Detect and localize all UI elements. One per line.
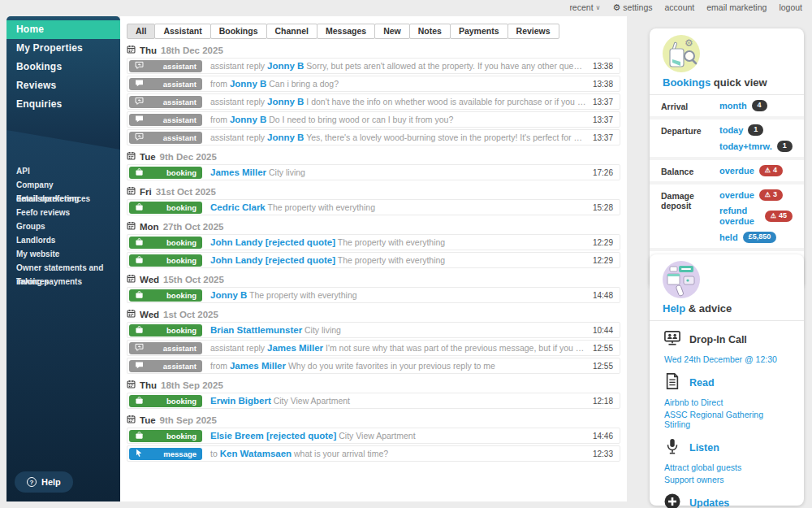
- quick-view-row-label: Balance: [661, 165, 719, 176]
- guest-name: John Landy [rejected quote]: [210, 255, 335, 265]
- feed-row[interactable]: bookingJohn Landy [rejected quote] The p…: [127, 234, 620, 250]
- help-section-title-row[interactable]: Read: [664, 373, 789, 392]
- help-section-title-row[interactable]: Listen: [664, 438, 789, 457]
- tab-messages[interactable]: Messages: [317, 24, 375, 39]
- tab-channel[interactable]: Channel: [266, 24, 317, 39]
- quick-view-link-label: today: [719, 125, 743, 136]
- feed-row-time: 13:38: [593, 62, 613, 71]
- sidebar-item-groups[interactable]: Groups: [6, 219, 120, 233]
- sidebar-item-taking-payments[interactable]: Taking payments: [6, 275, 120, 289]
- quick-view-link-overdue[interactable]: overdue⚠4: [719, 165, 783, 176]
- help-advice-title-rest: & advice: [685, 302, 732, 315]
- feed-row-snippet: I'm not sure why that was part of the pr…: [323, 343, 586, 353]
- feed-row[interactable]: bookingElsie Breem [rejected quote] City…: [127, 428, 620, 444]
- feed-group: Thu18th Dec 2025assistantassistant reply…: [127, 45, 620, 145]
- help-advice-sections: Drop-In CallWed 24th December @ 12:30Rea…: [650, 321, 804, 508]
- chat-icon: [135, 361, 144, 371]
- quick-view-link-today-tmrw-[interactable]: today+tmrw.1: [719, 141, 793, 152]
- feed-row[interactable]: assistantassistant reply Jonny B I don't…: [127, 93, 620, 110]
- feed-group: Tue9th Dec 2025bookingJames Miller City …: [127, 151, 620, 180]
- feed-row[interactable]: bookingJonny B The property with everyth…: [127, 287, 620, 303]
- date-header-day: Tue: [140, 415, 156, 425]
- feed-row[interactable]: bookingCedric Clark The property with ev…: [127, 199, 620, 215]
- sidebar-item-my-website[interactable]: My website: [6, 247, 120, 261]
- feed-row[interactable]: assistantassistant reply Jonny B Sorry, …: [127, 58, 620, 74]
- sidebar-item-feefo-reviews[interactable]: Feefo reviews: [6, 206, 120, 219]
- tab-reviews[interactable]: Reviews: [508, 24, 559, 39]
- document-icon: [664, 373, 680, 392]
- feed-row-time: 14:48: [593, 291, 613, 300]
- guest-name: James Miller: [267, 343, 323, 353]
- feed-row[interactable]: bookingJames Miller City living17:26: [127, 164, 620, 180]
- feed-row[interactable]: assistantfrom Jonny B Do I need to bring…: [127, 111, 620, 128]
- guest-name: James Miller: [210, 167, 266, 177]
- tab-notes[interactable]: Notes: [409, 24, 451, 39]
- topbar-link-email-marketing[interactable]: email marketing: [706, 2, 767, 13]
- feed-row[interactable]: bookingErwin Bigbert City View Apartment…: [127, 393, 620, 409]
- help-link[interactable]: Attract global guests: [664, 462, 789, 472]
- tab-assistant[interactable]: Assistant: [154, 24, 210, 39]
- sidebar-item-landlords[interactable]: Landlords: [6, 233, 120, 247]
- feed-row-text: John Landy [rejected quote] The property…: [210, 237, 586, 247]
- quick-view-link-held[interactable]: held£5,850: [719, 232, 793, 243]
- help-link[interactable]: Wed 24th December @ 12:30: [664, 354, 789, 364]
- feed-row-time: 12:55: [593, 362, 613, 371]
- feed-row[interactable]: assistantassistant reply Jonny B Yes, th…: [127, 129, 620, 145]
- booking-badge: booking: [129, 430, 202, 442]
- feed-row[interactable]: assistantfrom James Miller Why do you wr…: [127, 358, 620, 374]
- help-section-title-row[interactable]: Updates: [664, 493, 789, 508]
- sidebar-item-api[interactable]: API: [6, 164, 120, 178]
- topbar-link-logout[interactable]: logout: [779, 2, 802, 13]
- tab-bookings[interactable]: Bookings: [210, 24, 267, 39]
- quick-view-row-balance: Balanceoverdue⚠4: [650, 160, 804, 185]
- quick-view-link-today[interactable]: today1: [719, 124, 793, 136]
- sidebar-item-bookings[interactable]: Bookings: [6, 58, 120, 76]
- assistant-badge: assistant: [129, 132, 202, 144]
- tab-new[interactable]: New: [374, 24, 410, 39]
- sidebar-item-reviews[interactable]: Reviews: [6, 76, 120, 95]
- quick-view-title-rest: quick view: [710, 76, 767, 89]
- sidebar-item-email-marketing[interactable]: Email marketing: [6, 192, 120, 206]
- count-badge-value: 45: [779, 211, 787, 220]
- feed-row-prefix: from: [210, 361, 230, 371]
- sidebar-item-company-details-preferences[interactable]: Company details/preferences: [6, 178, 120, 192]
- topbar-link-recent[interactable]: recent∨: [569, 2, 600, 13]
- quick-view-link-overdue[interactable]: overdue⚠3: [719, 189, 793, 201]
- help-advice-card: Help & advice Drop-In CallWed 24th Decem…: [650, 254, 804, 506]
- sidebar-item-owner-statements-and-invoices[interactable]: Owner statements and invoices: [6, 261, 120, 275]
- warning-icon: ⚠: [765, 166, 771, 175]
- date-header: Fri31st Oct 2025: [127, 186, 620, 197]
- sidebar-item-enquiries[interactable]: Enquiries: [6, 95, 120, 114]
- feed-row[interactable]: assistantassistant reply James Miller I'…: [127, 340, 620, 356]
- date-header-date: 1st Oct 2025: [163, 310, 218, 319]
- feed-row[interactable]: assistantfrom Jonny B Can i bring a dog?…: [127, 76, 620, 92]
- quick-view-link-refund-overdue[interactable]: refund overdue⚠45: [719, 206, 793, 227]
- guest-name: Jonny B: [230, 79, 266, 89]
- suitcase-icon: [135, 202, 144, 213]
- topbar-link-account[interactable]: account: [664, 2, 694, 13]
- help-section-title: Drop-In Call: [689, 334, 747, 345]
- help-link[interactable]: ASSC Regional Gathering Stirling: [664, 410, 789, 429]
- feed-groups: Thu18th Dec 2025assistantassistant reply…: [127, 45, 620, 462]
- feed-row[interactable]: bookingBrian Stattlemunster City living1…: [127, 322, 620, 338]
- help-section-updates: UpdatesSeptember 2025August 2025: [650, 484, 804, 508]
- feed-row[interactable]: bookingJohn Landy [rejected quote] The p…: [127, 252, 620, 268]
- feed-row-time: 12:29: [593, 238, 613, 247]
- feed-row[interactable]: messageto Ken Watamsaen what is your arr…: [127, 445, 620, 462]
- sidebar-item-my-properties[interactable]: My Properties: [6, 39, 120, 58]
- help-button[interactable]: ? Help: [15, 471, 73, 493]
- quick-view-row-damage-deposit: Damage depositoverdue⚠3refund overdue⚠45…: [650, 185, 804, 251]
- help-link[interactable]: Support owners: [664, 475, 789, 484]
- help-section-title-row[interactable]: Drop-In Call: [664, 330, 789, 349]
- quick-view-link-month[interactable]: month4: [719, 100, 767, 111]
- assistant-badge: assistant: [129, 96, 202, 108]
- help-link[interactable]: Airbnb to Direct: [664, 397, 789, 407]
- quick-view-row-items: overdue⚠4: [719, 165, 783, 176]
- quick-view-row-label: Damage deposit: [661, 189, 719, 243]
- tab-all[interactable]: All: [127, 24, 155, 39]
- sidebar-item-home[interactable]: Home: [6, 20, 120, 39]
- suitcase-search-illustration: ⚙: [663, 35, 700, 72]
- topbar-link-settings[interactable]: ⚙settings: [612, 2, 652, 13]
- feed-row-text: to Ken Watamsaen what is your arrival ti…: [210, 449, 586, 458]
- tab-payments[interactable]: Payments: [450, 24, 508, 39]
